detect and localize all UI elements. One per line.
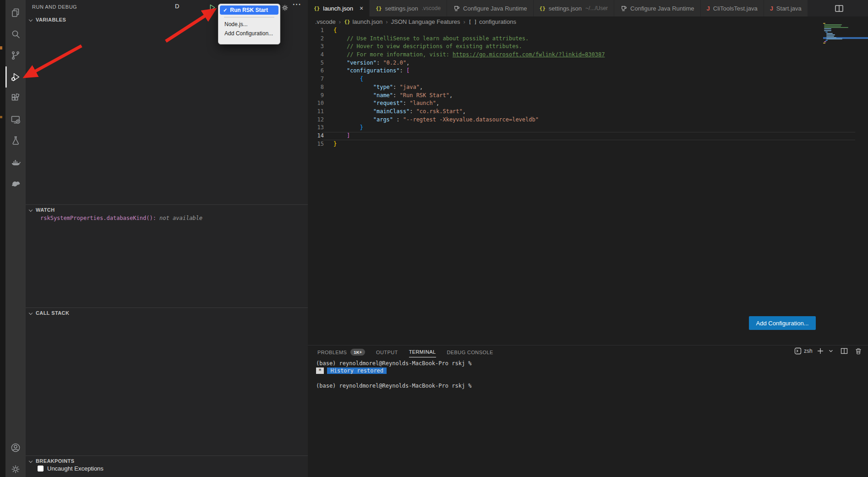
code-token	[333, 60, 347, 66]
code-token	[333, 132, 347, 139]
chevron-down-icon	[29, 459, 33, 463]
debug-icon	[10, 71, 21, 82]
code-text: "request": "launch",	[333, 99, 439, 108]
search-icon	[10, 29, 21, 40]
tab-settings-json[interactable]: {}settings.json~/.../User	[534, 0, 615, 16]
tab-configure-java-runtime[interactable]: Configure Java Runtime	[614, 0, 700, 16]
code-editor[interactable]: 1{2 // Use IntelliSense to learn about p…	[308, 27, 868, 148]
code-token: :	[403, 100, 409, 106]
breadcrumb-item-configurations[interactable]: [ ]configurations	[469, 18, 516, 25]
new-terminal-icon[interactable]	[817, 347, 824, 355]
activity-item-source-control[interactable]	[5, 45, 26, 66]
panel-tab-terminal[interactable]: TERMINAL	[409, 347, 436, 357]
section-breakpoints[interactable]: BREAKPOINTS	[26, 455, 308, 466]
activity-item-run-and-debug[interactable]	[5, 66, 26, 88]
split-editor-icon[interactable]	[835, 4, 844, 15]
activity-item-docker[interactable]	[5, 152, 26, 173]
code-line[interactable]: 3 // Hover to view descriptions of exist…	[308, 43, 868, 51]
code-line[interactable]: 10 "request": "launch",	[308, 99, 868, 108]
terminal-output[interactable]: (base) reynoldmorel@Reynolds-MacBook-Pro…	[316, 360, 472, 390]
minimap[interactable]	[823, 20, 868, 53]
activity-item-extensions[interactable]	[5, 88, 26, 109]
more-actions-icon[interactable]: ···	[293, 0, 301, 9]
menu-item-add-configuration[interactable]: Add Configuration...	[218, 29, 280, 38]
code-token: ,	[449, 92, 453, 99]
watch-expression-row[interactable]: rskSystemProperties.databaseKind(): not …	[40, 215, 202, 221]
code-line[interactable]: 13 }	[308, 124, 868, 132]
code-line[interactable]: 6 "configurations": [	[308, 67, 868, 75]
code-line[interactable]: 5 "version": "0.2.0",	[308, 59, 868, 67]
activity-item-search[interactable]	[5, 24, 26, 45]
tab-start-java[interactable]: JStart.java	[764, 0, 808, 16]
tab-settings-json[interactable]: {}settings.json.vscode	[370, 0, 447, 16]
code-text: // For more information, visit: https://…	[333, 51, 605, 59]
activity-item-testing[interactable]	[5, 130, 26, 152]
code-token: "request"	[373, 100, 403, 106]
history-restored-badge: History restored	[327, 367, 387, 374]
code-text: }	[333, 140, 337, 148]
tab-clitoolstest-java[interactable]: JCliToolsTest.java	[701, 0, 764, 16]
line-number: 11	[308, 108, 324, 116]
code-line[interactable]: 14 ]	[308, 132, 868, 140]
code-token	[333, 51, 347, 58]
activity-item-explorer[interactable]	[5, 2, 26, 24]
uncaught-exceptions-checkbox[interactable]	[38, 466, 44, 472]
section-call-stack[interactable]: CALL STACK	[26, 307, 308, 318]
history-star: *	[316, 367, 324, 374]
code-token: // For more information, visit:	[347, 51, 453, 58]
code-line[interactable]: 8 "type": "java",	[308, 83, 868, 92]
breadcrumb-item-vscode[interactable]: .vscode	[315, 18, 336, 25]
split-terminal-icon[interactable]	[841, 347, 848, 355]
code-line[interactable]: 2 // Use IntelliSense to learn about pos…	[308, 35, 868, 43]
code-token: :	[393, 116, 403, 123]
code-line[interactable]: 7 {	[308, 75, 868, 83]
breadcrumb-item-launch-json[interactable]: {}launch.json	[344, 18, 382, 25]
code-text: // Hover to view descriptions of existin…	[333, 43, 522, 51]
tab-label: settings.json	[385, 5, 418, 12]
activity-item-manage[interactable]	[5, 459, 26, 477]
background-edge	[0, 0, 5, 477]
panel-tab-debug-console[interactable]: DEBUG CONSOLE	[447, 347, 493, 357]
code-token: "--regtest -Xkeyvalue.datasource=leveldb…	[403, 116, 539, 123]
breadcrumb-item-json-language-features[interactable]: JSON Language Features	[391, 18, 460, 25]
debug-start-icon[interactable]	[208, 4, 216, 13]
java-runtime-icon	[453, 5, 460, 12]
tab-label: Configure Java Runtime	[463, 5, 527, 12]
breakpoint-label: Uncaught Exceptions	[47, 465, 104, 472]
minimap-line	[824, 30, 831, 31]
add-configuration-button[interactable]: Add Configuration...	[749, 316, 816, 330]
code-token: "configurations"	[347, 67, 400, 74]
kill-terminal-trash-icon[interactable]	[855, 347, 862, 355]
code-token: ,	[406, 60, 409, 66]
activity-item-remote-explorer[interactable]	[5, 109, 26, 131]
tab-configure-java-runtime[interactable]: Configure Java Runtime	[447, 0, 533, 16]
code-line[interactable]: 4 // For more information, visit: https:…	[308, 51, 868, 59]
code-line[interactable]: 12 "args" : "--regtest -Xkeyvalue.dataso…	[308, 116, 868, 124]
panel-tab-problems[interactable]: PROBLEMS1K+	[317, 347, 365, 357]
files-icon	[10, 7, 21, 18]
close-icon[interactable]: ×	[360, 5, 363, 11]
code-text: "name": "Run RSK Start",	[333, 92, 453, 100]
breadcrumb-label: .vscode	[315, 18, 336, 25]
code-line[interactable]: 9 "name": "Run RSK Start",	[308, 92, 868, 100]
code-line[interactable]: 1{	[308, 27, 868, 35]
activity-item-gradle[interactable]	[5, 173, 26, 194]
menu-item-run-rsk-start[interactable]: ✓Run RSK Start	[220, 5, 278, 15]
menu-item-label: Run RSK Start	[230, 6, 268, 14]
gear-icon[interactable]	[281, 4, 289, 14]
minimap-line	[826, 38, 842, 39]
bottom-panel: PROBLEMS1K+OUTPUTTERMINALDEBUG CONSOLE z…	[308, 345, 868, 477]
menu-item-node-js[interactable]: Node.js...	[218, 20, 280, 29]
code-line[interactable]: 11 "mainClass": "co.rsk.Start",	[308, 108, 868, 116]
section-watch[interactable]: WATCH	[26, 204, 308, 214]
activity-item-accounts[interactable]	[5, 437, 26, 459]
line-number: 13	[308, 124, 324, 132]
panel-tab-output[interactable]: OUTPUT	[376, 347, 398, 357]
minimap-line	[824, 41, 826, 42]
tab-launch-json[interactable]: {}launch.json×	[308, 0, 370, 16]
background-artifact	[0, 46, 2, 49]
watch-value: not available	[159, 215, 202, 221]
code-line[interactable]: 15}	[308, 140, 868, 148]
terminal-line: (base) reynoldmorel@Reynolds-MacBook-Pro…	[316, 382, 472, 389]
launch-profile-chevron-icon[interactable]	[828, 348, 834, 354]
